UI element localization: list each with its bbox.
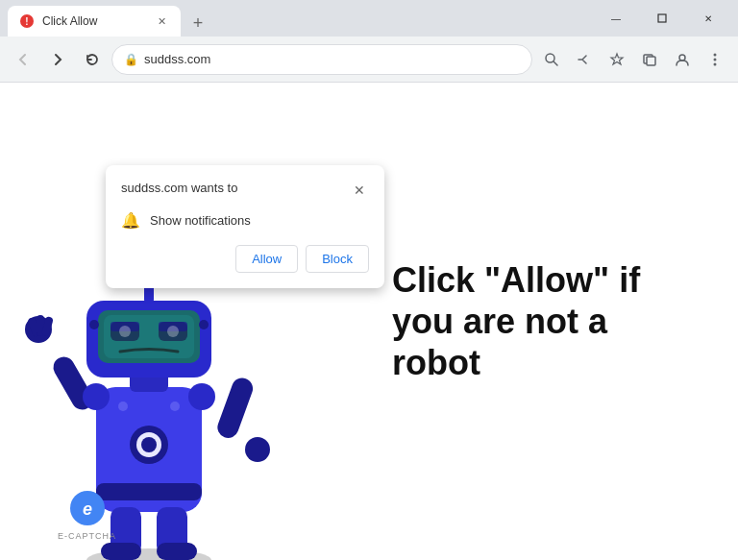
svg-rect-2: [658, 14, 666, 22]
svg-rect-30: [157, 543, 197, 560]
popup-permission-text: Show notifications: [150, 213, 251, 228]
content-area: Click "Allow" if you are not a robot e E…: [0, 83, 738, 560]
svg-point-25: [118, 402, 128, 411]
page-content: suddss.com wants to ✕ 🔔 Show notificatio…: [0, 83, 738, 560]
tab-menu-icon: [642, 52, 657, 67]
svg-point-37: [119, 326, 131, 337]
ecaptcha-logo: e: [68, 489, 107, 527]
svg-line-4: [554, 61, 557, 65]
svg-point-45: [199, 320, 209, 329]
browser-frame: ! Click Allow ✕ + — ✕: [0, 0, 738, 560]
url-text: suddss.com: [144, 52, 520, 66]
tab-menu-button[interactable]: [634, 44, 665, 75]
svg-rect-7: [647, 57, 655, 65]
tab-strip: ! Click Allow ✕ +: [8, 0, 590, 37]
back-icon: [16, 53, 30, 66]
bookmark-button[interactable]: [602, 44, 632, 75]
block-button[interactable]: Block: [306, 245, 369, 273]
title-bar: ! Click Allow ✕ + — ✕: [0, 0, 738, 37]
minimize-button[interactable]: —: [594, 0, 638, 37]
svg-point-44: [89, 320, 99, 329]
tab-label: Click Allow: [42, 14, 146, 28]
svg-text:e: e: [82, 499, 91, 519]
svg-point-47: [188, 383, 215, 410]
star-icon: [609, 52, 625, 67]
ecaptcha-badge: e E-CAPTCHA: [58, 489, 116, 541]
svg-point-9: [714, 53, 717, 56]
restore-icon: [657, 13, 667, 23]
svg-point-46: [83, 383, 110, 410]
forward-icon: [51, 53, 64, 66]
more-icon: [713, 52, 717, 67]
popup-title: suddss.com wants to: [121, 181, 237, 195]
allow-button[interactable]: Allow: [235, 245, 298, 273]
notification-popup: suddss.com wants to ✕ 🔔 Show notificatio…: [106, 165, 384, 288]
active-tab[interactable]: ! Click Allow ✕: [8, 6, 181, 37]
tab-favicon: !: [19, 13, 35, 29]
search-button[interactable]: [536, 44, 567, 75]
ecaptcha-label: E-CAPTCHA: [58, 531, 116, 541]
tab-close-button[interactable]: ✕: [154, 13, 169, 29]
svg-point-11: [714, 62, 717, 65]
back-button[interactable]: [8, 44, 38, 75]
window-controls: — ✕: [594, 0, 730, 37]
more-button[interactable]: [700, 44, 730, 75]
svg-point-26: [170, 402, 180, 411]
address-bar[interactable]: 🔒 suddss.com: [111, 44, 532, 75]
share-icon: [577, 52, 592, 67]
profile-button[interactable]: [667, 44, 698, 75]
toolbar: 🔒 suddss.com: [0, 37, 738, 83]
popup-close-button[interactable]: ✕: [350, 181, 369, 200]
svg-marker-5: [611, 54, 623, 64]
search-icon: [544, 52, 559, 67]
new-tab-button[interactable]: +: [184, 10, 211, 37]
svg-rect-18: [214, 375, 256, 441]
svg-point-40: [167, 326, 179, 337]
reload-button[interactable]: [77, 44, 108, 75]
svg-point-8: [679, 55, 685, 61]
close-button[interactable]: ✕: [686, 0, 730, 37]
svg-text:!: !: [25, 16, 28, 27]
lock-icon: 🔒: [124, 53, 138, 66]
reload-icon: [86, 53, 99, 66]
svg-point-24: [141, 437, 157, 452]
svg-rect-29: [101, 543, 141, 560]
popup-header: suddss.com wants to ✕: [121, 181, 369, 200]
share-button[interactable]: [569, 44, 600, 75]
profile-icon: [675, 52, 690, 67]
popup-permission: 🔔 Show notifications: [121, 211, 369, 230]
toolbar-right-buttons: [536, 44, 730, 75]
svg-point-19: [245, 437, 270, 462]
bell-icon: 🔔: [121, 211, 140, 230]
restore-button[interactable]: [640, 0, 684, 37]
forward-button[interactable]: [42, 44, 73, 75]
popup-buttons: Allow Block: [121, 245, 369, 273]
captcha-main-text: Click "Allow" if you are not a robot: [392, 259, 700, 384]
svg-point-10: [714, 58, 717, 61]
